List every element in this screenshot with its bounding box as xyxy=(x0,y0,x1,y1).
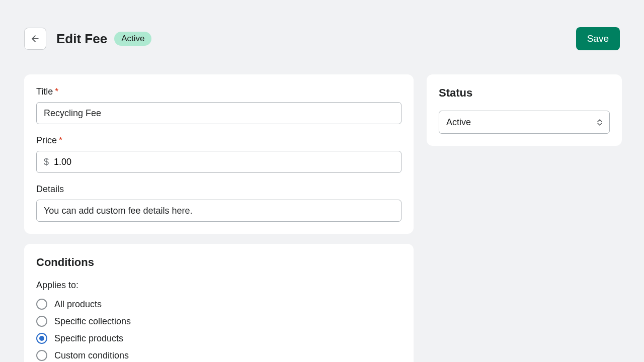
price-label: Price* xyxy=(36,135,401,146)
radio-specific-products[interactable]: Specific products xyxy=(36,333,401,344)
title-label: Title* xyxy=(36,86,401,97)
details-label: Details xyxy=(36,184,401,195)
radio-label-text: Custom conditions xyxy=(54,350,129,361)
title-input[interactable] xyxy=(36,102,401,124)
conditions-card: Conditions Applies to: All products Spec… xyxy=(24,244,414,362)
title-label-text: Title xyxy=(36,86,53,97)
radio-icon xyxy=(36,299,47,310)
price-input[interactable] xyxy=(54,157,394,167)
price-label-text: Price xyxy=(36,135,57,145)
radio-dot xyxy=(39,336,44,341)
radio-all-products[interactable]: All products xyxy=(36,299,401,310)
radio-label-text: Specific products xyxy=(54,333,123,344)
applies-to-radio-group: All products Specific collections Specif… xyxy=(36,299,401,361)
page-title: Edit Fee xyxy=(56,31,107,47)
required-asterisk: * xyxy=(55,86,58,97)
required-asterisk: * xyxy=(59,135,62,145)
radio-custom-conditions[interactable]: Custom conditions xyxy=(36,350,401,361)
status-card: Status Active xyxy=(427,74,622,146)
conditions-heading: Conditions xyxy=(36,256,401,269)
radio-icon xyxy=(36,350,47,361)
arrow-left-icon xyxy=(30,34,40,44)
radio-icon xyxy=(36,316,47,327)
save-button[interactable]: Save xyxy=(576,27,620,50)
status-select[interactable]: Active xyxy=(439,111,610,134)
radio-label-text: All products xyxy=(54,299,102,310)
radio-label-text: Specific collections xyxy=(54,316,131,327)
currency-prefix: $ xyxy=(44,157,49,167)
applies-to-label: Applies to: xyxy=(36,280,401,291)
price-input-wrap[interactable]: $ xyxy=(36,151,401,173)
radio-specific-collections[interactable]: Specific collections xyxy=(36,316,401,327)
select-caret-icon xyxy=(597,119,602,126)
status-heading: Status xyxy=(439,86,610,100)
status-badge: Active xyxy=(114,32,151,46)
status-select-value: Active xyxy=(446,117,471,128)
header-row: Edit Fee Active Save xyxy=(24,27,620,50)
details-input[interactable] xyxy=(36,200,401,222)
radio-icon-checked xyxy=(36,333,47,344)
back-button[interactable] xyxy=(24,28,46,50)
fee-details-card: Title* Price* $ Details xyxy=(24,74,414,234)
